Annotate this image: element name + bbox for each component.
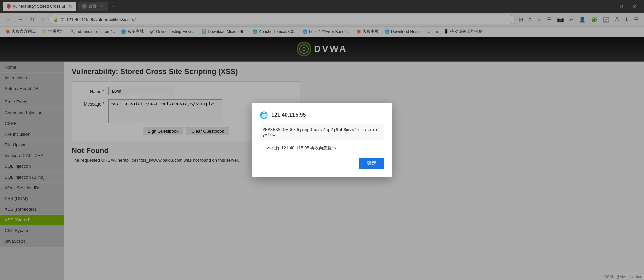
alert-footer: 确定 <box>260 158 384 169</box>
alert-checkbox-row: 不允许 121.40.115.95 再次向您提示 <box>260 145 384 151</box>
alert-domain: 121.40.115.95 <box>271 112 306 118</box>
alert-ok-btn[interactable]: 确定 <box>359 158 384 169</box>
alert-globe-icon: 🌐 <box>260 111 268 119</box>
alert-overlay: 🌐 121.40.115.95 PHPSESSID=36s6jemp3nqiv7… <box>0 0 644 280</box>
browser-frame: Vulnerability: Stored Cross Si ✕ 设置 ✕ + … <box>0 0 644 280</box>
alert-message: PHPSESSID=36s6jemp3nqiv7hp2j9bh8mvs4; se… <box>260 124 384 140</box>
alert-header: 🌐 121.40.115.95 <box>260 111 384 119</box>
alert-checkbox-label: 不允许 121.40.115.95 再次向您提示 <box>267 145 336 151</box>
alert-dialog: 🌐 121.40.115.95 PHPSESSID=36s6jemp3nqiv7… <box>252 103 392 177</box>
alert-checkbox[interactable] <box>260 146 264 150</box>
